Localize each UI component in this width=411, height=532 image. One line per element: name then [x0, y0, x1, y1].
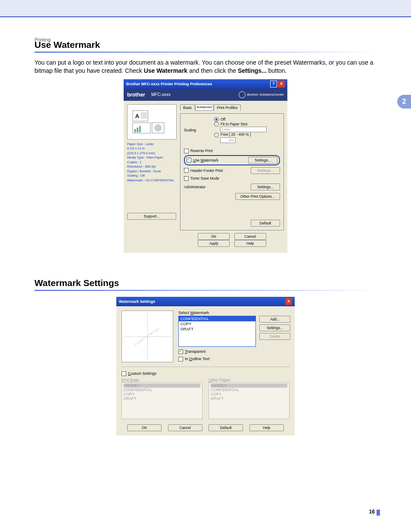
administrator-label: Administrator	[184, 185, 206, 189]
list-item: DRAFT	[179, 327, 255, 332]
model-label: MFC-xxxx	[151, 92, 171, 97]
use-watermark-checkbox[interactable]	[187, 158, 191, 162]
header-footer-checkbox[interactable]	[184, 168, 189, 173]
first-page-label: First Page	[121, 378, 202, 382]
cancel-button[interactable]: Cancel	[168, 424, 202, 431]
other-print-options-button[interactable]: Other Print Options...	[235, 193, 280, 200]
watermark-list[interactable]: CONFIDENTIAL COPY DRAFT	[178, 316, 256, 347]
list-item: CONFIDENTIAL	[179, 316, 255, 321]
scaling-free-radio[interactable]	[214, 133, 219, 137]
support-button[interactable]: Support...	[127, 213, 176, 220]
intro-paragraph: You can put a logo or text into your doc…	[34, 59, 377, 75]
heading-watermark-settings: Watermark Settings	[34, 278, 377, 288]
header-footer-settings-button[interactable]: Settings...	[251, 167, 280, 174]
svg-point-11	[154, 124, 162, 131]
fit-size-select[interactable]: Letter	[220, 127, 267, 132]
close-icon[interactable]: X	[285, 298, 292, 305]
heading-use-watermark: Use Watermark	[34, 40, 377, 50]
first-page-list: <NONE> CONFIDENTIAL COPY DRAFT	[121, 382, 202, 419]
preview-info: Paper Size : Letter 8 1/2 x 11 in (215.9…	[127, 142, 177, 183]
default-button[interactable]: Default	[251, 220, 280, 227]
dialog2-title: Watermark Settings	[119, 299, 284, 304]
tab-advanced[interactable]: Advanced	[195, 104, 214, 111]
brand-logo: brother	[127, 92, 145, 98]
page-number: 16	[369, 509, 375, 515]
scaling-label: Scaling	[184, 128, 214, 132]
svg-rect-9	[139, 126, 141, 132]
svg-rect-7	[134, 129, 136, 132]
tab-basic[interactable]: Basic	[180, 104, 195, 111]
breadcrumb: Printing	[34, 37, 50, 42]
watermark-settings-dialog: Watermark Settings X CONFIDENTIAL Select…	[116, 297, 295, 436]
chapter-tab: 2	[397, 95, 411, 109]
free-percent-input[interactable]: 100	[220, 137, 236, 143]
solutions-center-link[interactable]: Brother SolutionsCenter	[239, 91, 284, 98]
help-icon[interactable]: ?	[270, 81, 277, 87]
toner-save-checkbox[interactable]	[184, 176, 189, 181]
settings-button[interactable]: Settings...	[259, 324, 290, 331]
use-watermark-row: Use Watermark Use Watermark Settings...	[184, 155, 280, 165]
watermark-settings-button[interactable]: Settings...	[248, 157, 277, 164]
transparent-checkbox[interactable]	[178, 349, 183, 354]
outline-text-checkbox[interactable]	[178, 357, 183, 361]
page-preview: A	[127, 104, 177, 140]
svg-rect-8	[137, 128, 138, 132]
page-marker	[377, 510, 380, 516]
cancel-button[interactable]: Cancel	[234, 233, 266, 240]
administrator-settings-button[interactable]: Settings...	[251, 184, 280, 190]
watermark-preview: CONFIDENTIAL	[121, 311, 173, 362]
ok-button[interactable]: OK	[127, 424, 162, 431]
close-icon[interactable]: X	[278, 81, 285, 87]
other-pages-label: Other Pages	[209, 378, 290, 382]
ok-button[interactable]: OK	[198, 233, 230, 240]
apply-button[interactable]: Apply	[198, 240, 230, 247]
scaling-off-radio[interactable]	[214, 117, 219, 122]
delete-button[interactable]: Delete	[259, 333, 290, 340]
reverse-print-checkbox[interactable]	[184, 149, 189, 153]
default-button[interactable]: Default	[209, 424, 243, 431]
select-watermark-label: Select Watermark	[178, 311, 290, 315]
help-button[interactable]: Help	[249, 424, 284, 431]
tab-print-profiles[interactable]: Print Profiles	[214, 104, 240, 111]
dialog-title: Brother MFC-xxxx Printer Printing Prefer…	[126, 82, 269, 86]
list-item: COPY	[179, 321, 255, 327]
scaling-fit-radio[interactable]	[214, 122, 219, 127]
add-button[interactable]: Add...	[259, 316, 290, 323]
svg-text:A: A	[135, 112, 139, 119]
other-pages-list: <NONE> CONFIDENTIAL COPY DRAFT	[209, 382, 290, 419]
printing-preferences-dialog: Brother MFC-xxxx Printer Printing Prefer…	[124, 79, 287, 253]
help-button[interactable]: Help	[234, 240, 266, 247]
custom-settings-checkbox[interactable]	[121, 371, 126, 376]
use-watermark-label: Use Watermark	[193, 158, 218, 162]
